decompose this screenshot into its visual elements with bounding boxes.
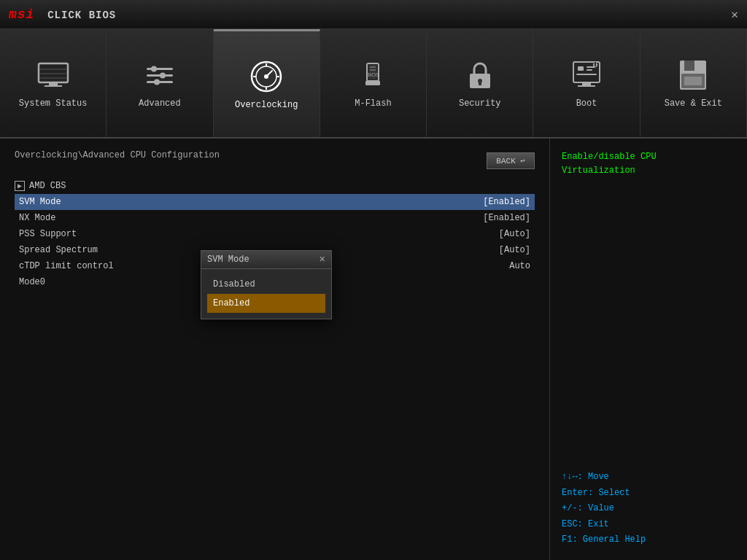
nav-mflash-label: M-Flash xyxy=(355,98,391,109)
key-hints: ↑↓↔: Move Enter: Select +/-: Value ESC: … xyxy=(562,470,735,548)
svg-rect-41 xyxy=(694,61,699,71)
key-hint-value: +/-: Value xyxy=(562,501,735,517)
svg-rect-1 xyxy=(49,82,58,85)
svm-value: [Enabled] xyxy=(483,197,530,207)
modal-option-disabled[interactable]: Disabled xyxy=(207,275,325,294)
logo-msi: msi xyxy=(9,7,34,22)
nx-label: NX Mode xyxy=(19,213,55,223)
key-hint-f1: F1: General Help xyxy=(562,532,735,548)
back-button[interactable]: BACK ↩ xyxy=(487,152,535,169)
titlebar: msi CLICK BIOS ✕ xyxy=(0,0,747,29)
nav-overclocking-label: Overclocking xyxy=(235,100,298,110)
logo: msi CLICK BIOS xyxy=(9,7,116,22)
key-hint-esc: ESC: Exit xyxy=(562,517,735,533)
key-move: ↑↓↔: Move xyxy=(562,472,609,482)
navigation: System Status Advanced xyxy=(0,29,747,139)
svg-rect-26 xyxy=(370,69,376,71)
power-icon xyxy=(569,58,604,93)
section-arrow: ▶ xyxy=(15,181,25,191)
breadcrumb: Overclocking\Advanced CPU Configuration xyxy=(15,150,220,160)
settings-row-nx[interactable]: NX Mode [Enabled] xyxy=(15,210,535,226)
nav-system-status[interactable]: System Status xyxy=(0,29,107,137)
sliders-icon xyxy=(142,58,177,93)
pss-value: [Auto] xyxy=(499,229,530,239)
settings-row-pss[interactable]: PSS Support [Auto] xyxy=(15,226,535,242)
floppy-icon xyxy=(676,58,711,93)
modal-titlebar: SVM Mode × xyxy=(201,251,331,269)
nav-boot[interactable]: Boot xyxy=(533,29,640,137)
svg-rect-33 xyxy=(587,69,592,71)
usb-icon: BIOS xyxy=(355,58,390,93)
svg-point-20 xyxy=(264,74,268,79)
svg-point-10 xyxy=(151,66,157,72)
nav-save-exit-label: Save & Exit xyxy=(665,98,722,109)
logo-clickbios: CLICK BIOS xyxy=(47,9,116,21)
svg-point-12 xyxy=(154,79,160,85)
modal-close-button[interactable]: × xyxy=(320,254,325,265)
svg-rect-23 xyxy=(365,81,380,85)
svm-label: SVM Mode xyxy=(19,197,61,207)
gauge-icon xyxy=(249,59,284,94)
section-header: ▶ AMD CBS xyxy=(15,181,535,191)
mode0-label: Mode0 xyxy=(19,277,45,287)
left-panel: Overclocking\Advanced CPU Configuration … xyxy=(0,139,550,560)
svg-rect-34 xyxy=(576,74,597,75)
nav-security[interactable]: Security xyxy=(427,29,533,137)
monitor-icon xyxy=(36,58,71,93)
lock-icon xyxy=(462,58,498,93)
svg-rect-43 xyxy=(684,77,702,85)
key-f1: F1: General Help xyxy=(562,534,646,545)
ctdp-value: Auto xyxy=(509,261,530,271)
nav-mflash[interactable]: BIOS M-Flash xyxy=(320,29,427,137)
modal-title: SVM Mode xyxy=(207,254,249,265)
section-name: AMD CBS xyxy=(29,181,66,191)
svg-rect-35 xyxy=(582,82,591,85)
modal-body: Disabled Enabled xyxy=(201,269,331,319)
svg-rect-31 xyxy=(578,66,584,71)
nav-advanced-label: Advanced xyxy=(139,98,181,109)
settings-row-svm[interactable]: SVM Mode [Enabled] xyxy=(15,194,535,210)
main-content: Overclocking\Advanced CPU Configuration … xyxy=(0,139,747,560)
nav-advanced[interactable]: Advanced xyxy=(107,29,213,137)
key-hint-enter: Enter: Select xyxy=(562,486,735,502)
svg-text:BIOS: BIOS xyxy=(366,71,380,78)
svg-rect-7 xyxy=(147,68,173,70)
svg-rect-3 xyxy=(40,65,66,81)
svg-rect-36 xyxy=(578,85,595,87)
modal-svm-mode: SVM Mode × Disabled Enabled xyxy=(201,250,332,319)
svg-point-11 xyxy=(160,73,166,79)
nav-overclocking[interactable]: Overclocking xyxy=(214,29,320,137)
nav-save-exit[interactable]: Save & Exit xyxy=(640,29,747,137)
nav-system-status-label: System Status xyxy=(19,98,88,109)
svg-rect-25 xyxy=(370,66,376,68)
close-button[interactable]: ✕ xyxy=(731,7,738,22)
nav-security-label: Security xyxy=(459,98,501,109)
key-enter: Enter: Select xyxy=(562,488,630,498)
svg-rect-29 xyxy=(479,81,481,85)
modal-option-enabled[interactable]: Enabled xyxy=(207,294,325,313)
key-esc: ESC: Exit xyxy=(562,519,609,529)
svg-rect-2 xyxy=(44,85,62,87)
right-panel: Enable/disable CPUVirtualization ↑↓↔: Mo… xyxy=(550,139,747,560)
spread-label: Spread Spectrum xyxy=(19,245,98,255)
nx-value: [Enabled] xyxy=(483,213,530,223)
key-value: +/-: Value xyxy=(562,503,614,513)
key-hint-move: ↑↓↔: Move xyxy=(562,470,735,486)
spread-value: [Auto] xyxy=(499,245,530,255)
ctdp-label: cTDP limit control xyxy=(19,261,114,271)
help-text: Enable/disable CPUVirtualization xyxy=(562,150,735,178)
svg-rect-38 xyxy=(595,62,596,66)
pss-label: PSS Support xyxy=(19,229,77,239)
nav-boot-label: Boot xyxy=(576,98,597,109)
